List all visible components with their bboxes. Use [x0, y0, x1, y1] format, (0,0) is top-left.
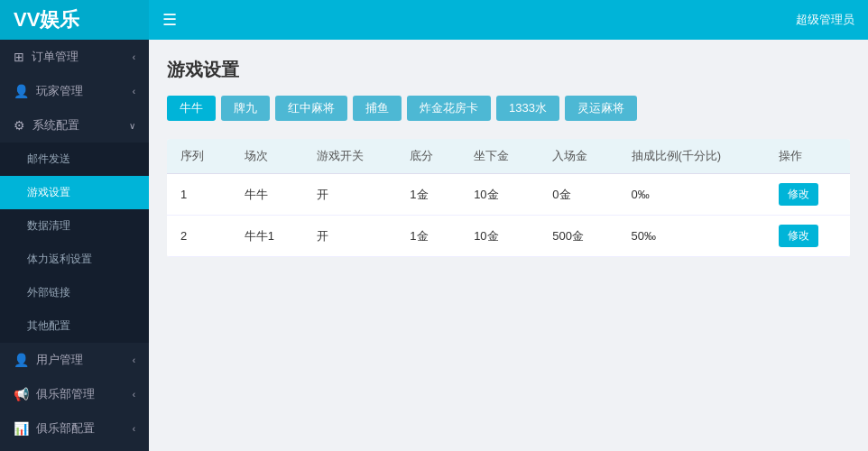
cell-entry-1: 500金 — [539, 216, 617, 257]
cell-round-0: 牛牛 — [231, 174, 303, 216]
edit-button-0[interactable]: 修改 — [779, 183, 818, 206]
cell-round-1: 牛牛1 — [231, 216, 303, 257]
cell-base-0: 1金 — [396, 174, 460, 216]
col-round: 场次 — [231, 139, 303, 174]
sidebar-item-club-mgmt-label: 俱乐部管理 — [36, 386, 95, 402]
col-sit: 坐下金 — [460, 139, 539, 174]
sidebar-item-system-label: 系统配置 — [32, 117, 79, 133]
edit-button-1[interactable]: 修改 — [779, 225, 818, 247]
stamina-label: 体力返利设置 — [27, 252, 92, 267]
tab-lingyun[interactable]: 灵运麻将 — [565, 96, 637, 121]
menu-toggle-button[interactable]: ☰ — [162, 10, 177, 30]
header: ☰ 超级管理员 — [149, 0, 868, 40]
col-switch: 游戏开关 — [303, 139, 397, 174]
col-ratio: 抽成比例(千分比) — [618, 139, 766, 174]
sidebar-sub-data-clean[interactable]: 数据清理 — [0, 209, 149, 243]
other-label: 其他配置 — [27, 318, 70, 334]
col-entry: 入场金 — [539, 139, 617, 174]
cell-sit-0: 10金 — [460, 174, 539, 216]
cell-ratio-1: 50‰ — [618, 216, 766, 257]
sidebar-sub-mail[interactable]: 邮件发送 — [0, 143, 149, 176]
tab-mahjong-red[interactable]: 红中麻将 — [275, 96, 347, 121]
user-icon: 👤 — [14, 353, 29, 367]
sidebar-item-club-mgmt[interactable]: 📢 俱乐部管理 ‹ — [0, 377, 149, 411]
system-arrow: ∨ — [129, 121, 135, 131]
page-title: 游戏设置 — [167, 58, 850, 82]
sidebar-item-test[interactable]: 📊 测试管理 ‹ — [0, 446, 149, 451]
tab-fish[interactable]: 捕鱼 — [353, 96, 402, 121]
game-tabs: 牛牛 牌九 红中麻将 捕鱼 炸金花房卡 1333水 灵运麻将 — [167, 96, 850, 121]
cell-seq-1: 2 — [167, 216, 231, 257]
player-icon: 👤 — [14, 84, 29, 98]
sidebar-item-player[interactable]: 👤 玩家管理 ‹ — [0, 74, 149, 108]
sidebar-item-user[interactable]: 👤 用户管理 ‹ — [0, 343, 149, 377]
order-arrow: ‹ — [133, 52, 135, 62]
sidebar-item-order-label: 订单管理 — [32, 49, 78, 65]
sidebar-item-club-config[interactable]: 📊 俱乐部配置 ‹ — [0, 411, 149, 446]
table-header-row: 序列 场次 游戏开关 底分 坐下金 入场金 抽成比例(千分比) 操作 — [167, 139, 850, 174]
admin-label: 超级管理员 — [796, 12, 854, 28]
game-settings-table: 序列 场次 游戏开关 底分 坐下金 入场金 抽成比例(千分比) 操作 1 牛牛 … — [167, 139, 850, 257]
cell-switch-0: 开 — [303, 174, 397, 216]
tab-paijiu[interactable]: 牌九 — [221, 96, 270, 121]
cell-action-1: 修改 — [765, 216, 850, 257]
club-config-arrow: ‹ — [133, 424, 135, 434]
sidebar-item-club-config-label: 俱乐部配置 — [36, 420, 95, 437]
cell-ratio-0: 0‰ — [618, 174, 766, 216]
sidebar-item-order[interactable]: ⊞ 订单管理 ‹ — [0, 40, 149, 74]
sidebar-sub-stamina[interactable]: 体力返利设置 — [0, 243, 149, 276]
sidebar-sub-external[interactable]: 外部链接 — [0, 276, 149, 309]
order-icon: ⊞ — [14, 50, 24, 64]
main-area: ☰ 超级管理员 游戏设置 牛牛 牌九 红中麻将 捕鱼 炸金花房卡 1333水 灵… — [149, 0, 868, 451]
data-clean-label: 数据清理 — [27, 218, 70, 234]
mail-label: 邮件发送 — [27, 152, 70, 167]
club-mgmt-icon: 📢 — [14, 387, 29, 401]
col-seq: 序列 — [167, 139, 231, 174]
game-settings-table-wrapper: 序列 场次 游戏开关 底分 坐下金 入场金 抽成比例(千分比) 操作 1 牛牛 … — [167, 139, 850, 257]
sidebar: VV娱乐 ⊞ 订单管理 ‹ 👤 玩家管理 ‹ ⚙ 系统配置 ∨ 邮件发送 游戏设… — [0, 0, 149, 451]
table-row: 2 牛牛1 开 1金 10金 500金 50‰ 修改 — [167, 216, 850, 257]
content-area: 游戏设置 牛牛 牌九 红中麻将 捕鱼 炸金花房卡 1333水 灵运麻将 序列 场… — [149, 40, 868, 451]
tab-zhajinhua[interactable]: 炸金花房卡 — [407, 96, 491, 121]
sidebar-item-user-label: 用户管理 — [36, 352, 83, 368]
cell-action-0: 修改 — [765, 174, 850, 216]
system-submenu: 邮件发送 游戏设置 数据清理 体力返利设置 外部链接 其他配置 — [0, 143, 149, 343]
sidebar-sub-game-config[interactable]: 游戏设置 — [0, 176, 149, 209]
tab-1333[interactable]: 1333水 — [496, 96, 559, 121]
external-label: 外部链接 — [27, 285, 70, 300]
tab-niuiu[interactable]: 牛牛 — [167, 96, 216, 121]
cell-sit-1: 10金 — [460, 216, 539, 257]
club-config-icon: 📊 — [14, 421, 29, 436]
cell-entry-0: 0金 — [539, 174, 617, 216]
sidebar-sub-other[interactable]: 其他配置 — [0, 309, 149, 343]
user-arrow: ‹ — [133, 355, 135, 365]
club-mgmt-arrow: ‹ — [133, 390, 135, 400]
cell-base-1: 1金 — [396, 216, 460, 257]
col-action: 操作 — [765, 139, 850, 174]
col-base: 底分 — [396, 139, 460, 174]
system-icon: ⚙ — [14, 118, 25, 133]
table-row: 1 牛牛 开 1金 10金 0金 0‰ 修改 — [167, 174, 850, 216]
sidebar-item-player-label: 玩家管理 — [36, 83, 83, 99]
cell-seq-0: 1 — [167, 174, 231, 216]
cell-switch-1: 开 — [303, 216, 397, 257]
player-arrow: ‹ — [133, 87, 135, 97]
game-config-label: 游戏设置 — [27, 185, 70, 200]
app-logo: VV娱乐 — [0, 0, 149, 40]
sidebar-item-system[interactable]: ⚙ 系统配置 ∨ — [0, 108, 149, 143]
